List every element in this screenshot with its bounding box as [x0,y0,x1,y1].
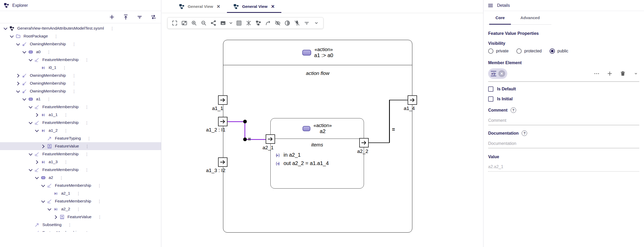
item-menu-icon[interactable]: ⋮ [109,26,115,30]
tree-item-FeatureMembership[interactable]: «»FeatureMembership⋮ [0,182,161,189]
tree-item-a1[interactable]: a1⋮ [0,95,161,103]
chevron-collapsed-icon[interactable] [15,80,21,86]
item-menu-icon[interactable]: ⋮ [96,184,102,188]
tree-item-Subsetting[interactable]: Subsetting⋮ [0,221,161,229]
chevron-collapsed-icon[interactable] [15,73,21,78]
radio-public[interactable]: public [550,48,568,54]
tree-item-OwningMembership[interactable]: OwningMembership⋮ [0,79,161,87]
item-menu-icon[interactable]: ⋮ [71,81,77,85]
port-label-a1_1[interactable]: a1_1 [212,106,223,111]
item-menu-icon[interactable]: ⋮ [75,191,81,195]
tab-core[interactable]: Core [488,11,512,24]
chevron-expanded-icon[interactable] [28,57,33,63]
item-menu-icon[interactable]: ⋮ [84,121,90,125]
chevron-expanded-icon[interactable] [28,167,33,173]
tree-item-FeatureMembership[interactable]: «»FeatureMembership⋮ [0,229,161,232]
chevron-expanded-icon[interactable] [40,198,46,204]
fullscreen-icon[interactable] [170,18,179,28]
port-a2_2[interactable] [359,138,369,147]
port-a1_2[interactable] [218,117,227,126]
edge-a1_2-a2_1[interactable] [227,121,245,122]
snap-to-grid-icon[interactable] [244,18,253,28]
delete-icon[interactable] [619,70,626,77]
is-initial-checkbox[interactable]: Is Initial [488,96,639,102]
more-icon[interactable] [593,70,600,77]
chevron-expanded-icon[interactable] [34,128,40,133]
chevron-collapsed-icon[interactable] [40,143,46,149]
item-menu-icon[interactable]: ⋮ [71,42,77,46]
filter-elements-icon[interactable] [302,18,311,28]
tab-close-icon[interactable]: × [216,4,221,9]
image-caret-icon[interactable] [228,18,234,28]
edge-a2_2-a1_4[interactable] [389,100,390,143]
port-a1_4[interactable] [408,95,417,105]
chevron-expanded-icon[interactable] [21,49,27,55]
port-label-a1_4[interactable]: a1_4 [404,106,415,111]
documentation-input[interactable] [488,140,639,148]
tree-item-FeatureMembership[interactable]: «»FeatureMembership⋮ [0,150,161,158]
is-default-checkbox[interactable]: Is Default [488,86,639,92]
chevron-collapsed-icon[interactable] [34,159,40,165]
port-label-a1_3[interactable]: a1_3 : I2 [206,168,225,173]
tree-item-OwningMembership[interactable]: OwningMembership⋮ [0,40,161,48]
edge-equal-label[interactable]: = [248,136,251,142]
help-icon[interactable]: ? [522,130,527,136]
edge-equal-label[interactable]: = [392,127,395,133]
chevron-expanded-icon[interactable] [15,41,21,47]
tree-item-a0[interactable]: a0⋮ [0,48,161,56]
upload-model-icon[interactable] [122,14,129,20]
toolbar-expand-icon[interactable] [311,18,321,28]
item-menu-icon[interactable]: ⋮ [96,199,102,203]
reroute-edge-icon[interactable] [263,18,273,28]
tree-item-FeatureValue[interactable]: FeatureValue⋮ [0,213,161,221]
chevron-expanded-icon[interactable] [3,25,8,31]
tab-close-icon[interactable]: × [271,4,275,9]
node-a2-header[interactable]: «action» a2 [271,118,364,139]
item-menu-icon[interactable]: ⋮ [63,113,69,117]
menu-icon[interactable] [487,2,494,9]
item-menu-icon[interactable]: ⋮ [63,129,69,133]
item-menu-icon[interactable]: ⋮ [71,74,77,78]
item-menu-icon[interactable]: ⋮ [84,58,90,62]
zoom-out-icon[interactable] [199,18,208,28]
add-icon[interactable] [606,70,613,77]
item-menu-icon[interactable]: ⋮ [84,105,90,109]
caret-icon[interactable] [632,70,639,77]
fade-elements-icon[interactable] [282,18,292,28]
item-menu-icon[interactable]: ⋮ [97,215,103,219]
chevron-expanded-icon[interactable] [28,104,33,110]
tree-item-OwningMembership[interactable]: OwningMembership⋮ [0,72,161,79]
item-menu-icon[interactable]: ⋮ [53,34,59,38]
item-menu-icon[interactable]: ⋮ [67,223,73,227]
tree-item-i0_1[interactable]: (▸)i0_1⋮ [0,64,161,72]
chip-close-icon[interactable]: × [498,70,505,77]
tree-item-a1_1[interactable]: (▸)a1_1⋮ [0,111,161,119]
item-menu-icon[interactable]: ⋮ [84,231,90,232]
tree-item-a2_1[interactable]: (▸)a2_1⋮ [0,189,161,197]
help-icon[interactable]: ? [511,107,516,113]
chevron-expanded-icon[interactable] [28,151,33,157]
item-menu-icon[interactable]: ⋮ [58,176,64,180]
chevron-collapsed-icon[interactable] [34,112,40,118]
tree-item-FeatureMembership[interactable]: «»FeatureMembership⋮ [0,56,161,64]
zoom-in-icon[interactable] [189,18,199,28]
diagram-canvas[interactable]: «action» a1 :> a0 action flow «action» a… [162,13,483,247]
unpin-elements-icon[interactable] [292,18,302,28]
new-object-icon[interactable] [109,14,115,20]
edge-a2_2-a1_4[interactable] [369,142,389,143]
hide-elements-icon[interactable] [273,18,282,28]
item-menu-icon[interactable]: ⋮ [46,97,52,101]
item-menu-icon[interactable]: ⋮ [84,152,90,156]
chevron-expanded-icon[interactable] [9,33,15,39]
tree-item-FeatureValue[interactable]: FeatureValue⋮ [0,142,161,150]
chevron-expanded-icon[interactable] [34,175,40,180]
port-label-a2_2[interactable]: a2_2 [357,149,368,154]
chevron-expanded-icon[interactable] [28,120,33,125]
tree-item-OwningMembership[interactable]: OwningMembership⋮ [0,87,161,95]
synchronize-icon[interactable] [150,14,157,20]
chevron-expanded-icon[interactable] [40,183,46,188]
port-a1_1[interactable] [218,95,227,105]
node-a1-header[interactable]: «action» a1 :> a0 [223,40,412,65]
grid-icon[interactable] [234,18,244,28]
port-a1_3[interactable] [218,157,227,167]
